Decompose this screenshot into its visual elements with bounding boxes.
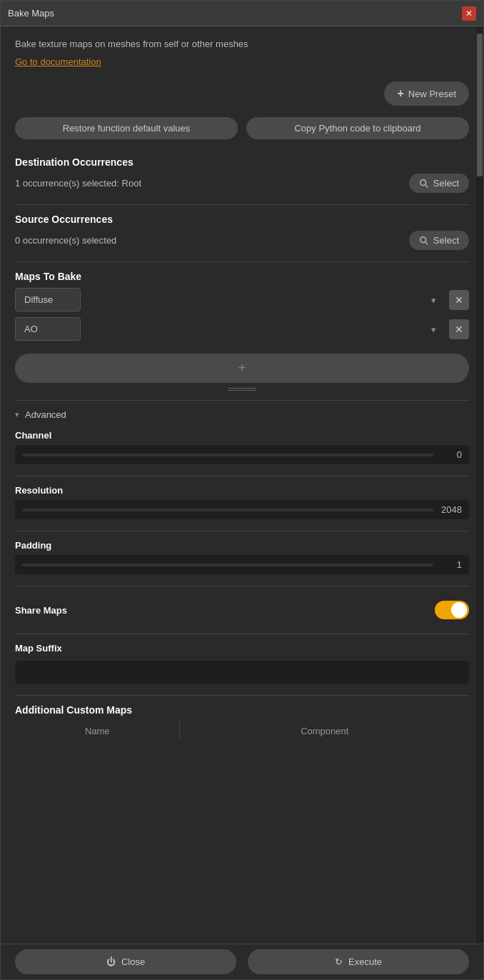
map-suffix-input[interactable] xyxy=(15,661,469,684)
destination-occurrences-label: Destination Occurrences xyxy=(15,156,469,168)
map-item-ao: AO Diffuse Normal Roughness ✕ xyxy=(15,317,469,341)
channel-slider[interactable] xyxy=(22,454,433,456)
drag-line-1 xyxy=(228,388,256,389)
title-bar: Bake Maps ✕ xyxy=(1,1,483,26)
drag-lines xyxy=(228,387,256,391)
channel-input-row: 0 xyxy=(15,445,469,464)
bottom-bar: ⏻ Close ↻ Execute xyxy=(1,944,483,979)
drag-handle xyxy=(15,387,469,391)
maps-to-bake-label: Maps To Bake xyxy=(15,271,469,282)
destination-select-label: Select xyxy=(433,178,459,189)
window-title: Bake Maps xyxy=(8,8,54,19)
advanced-toggle-label: Advanced xyxy=(25,409,66,420)
padding-slider[interactable] xyxy=(22,564,433,566)
svg-line-1 xyxy=(425,184,428,187)
description-text: Bake texture maps on meshes from self or… xyxy=(15,38,469,51)
remove-map-1-button[interactable]: ✕ xyxy=(449,290,469,310)
top-actions: + New Preset xyxy=(15,81,469,106)
copy-python-button[interactable]: Copy Python code to clipboard xyxy=(246,117,469,139)
channel-value: 0 xyxy=(440,449,462,460)
action-row: Restore function default values Copy Pyt… xyxy=(15,117,469,139)
resolution-value: 2048 xyxy=(440,504,462,515)
close-label: Close xyxy=(121,956,145,967)
svg-point-2 xyxy=(420,236,426,242)
custom-maps-table: Name Component xyxy=(15,721,469,741)
resolution-label: Resolution xyxy=(15,485,469,496)
map-suffix-group: Map Suffix xyxy=(15,643,469,684)
source-occurrence-text: 0 occurrence(s) selected xyxy=(15,235,116,246)
maps-to-bake-section: Maps To Bake Diffuse AO Normal Roughness… xyxy=(15,271,469,391)
destination-occurrence-text: 1 occurrence(s) selected: Root xyxy=(15,178,141,189)
execute-button[interactable]: ↻ Execute xyxy=(248,949,469,974)
toggle-knob xyxy=(451,602,467,618)
advanced-toggle[interactable]: ▾ Advanced xyxy=(15,409,469,420)
svg-line-3 xyxy=(425,241,428,244)
chevron-down-icon: ▾ xyxy=(15,410,19,419)
map-select-diffuse[interactable]: Diffuse AO Normal Roughness xyxy=(15,288,81,311)
divider-3 xyxy=(15,400,469,401)
remove-map-2-button[interactable]: ✕ xyxy=(449,319,469,339)
destination-occurrences-group: Destination Occurrences 1 occurrence(s) … xyxy=(15,156,469,193)
col-name: Name xyxy=(15,721,180,741)
share-maps-row: Share Maps xyxy=(15,595,469,625)
additional-custom-maps-label: Additional Custom Maps xyxy=(15,704,469,716)
execute-label: Execute xyxy=(348,956,382,967)
map-select-ao[interactable]: AO Diffuse Normal Roughness xyxy=(15,317,81,341)
close-button[interactable]: ⏻ Close xyxy=(15,949,236,974)
divider-1 xyxy=(15,204,469,205)
map-select-wrapper-1: Diffuse AO Normal Roughness xyxy=(15,288,443,311)
new-preset-label: New Preset xyxy=(408,89,456,99)
share-maps-label: Share Maps xyxy=(15,605,67,616)
resolution-input-row: 2048 xyxy=(15,500,469,519)
search-icon-2 xyxy=(419,236,429,246)
padding-group: Padding 1 xyxy=(15,540,469,574)
destination-select-button[interactable]: Select xyxy=(409,174,469,193)
new-preset-button[interactable]: + New Preset xyxy=(384,81,469,106)
divider-2 xyxy=(15,261,469,262)
svg-point-0 xyxy=(420,179,426,185)
channel-group: Channel 0 xyxy=(15,430,469,464)
resolution-slider[interactable] xyxy=(22,509,433,511)
source-select-label: Select xyxy=(433,235,459,246)
padding-input-row: 1 xyxy=(15,555,469,574)
main-content: Bake texture maps on meshes from self or… xyxy=(1,26,483,944)
divider-6 xyxy=(15,586,469,586)
map-suffix-label: Map Suffix xyxy=(15,643,469,654)
plus-icon: + xyxy=(397,87,403,100)
power-icon: ⏻ xyxy=(106,956,116,967)
map-select-wrapper-2: AO Diffuse Normal Roughness xyxy=(15,317,443,341)
add-map-button[interactable]: + xyxy=(15,354,469,383)
destination-occurrence-row: 1 occurrence(s) selected: Root Select xyxy=(15,174,469,193)
source-select-button[interactable]: Select xyxy=(409,231,469,250)
source-occurrences-group: Source Occurrences 0 occurrence(s) selec… xyxy=(15,214,469,250)
restore-defaults-button[interactable]: Restore function default values xyxy=(15,117,238,139)
padding-value: 1 xyxy=(440,559,462,570)
resolution-group: Resolution 2048 xyxy=(15,485,469,519)
doc-link[interactable]: Go to documentation xyxy=(15,56,101,67)
padding-label: Padding xyxy=(15,540,469,551)
source-occurrence-row: 0 occurrence(s) selected Select xyxy=(15,231,469,250)
channel-label: Channel xyxy=(15,430,469,441)
divider-7 xyxy=(15,634,469,634)
execute-icon: ↻ xyxy=(335,956,343,967)
search-icon xyxy=(419,179,429,189)
divider-8 xyxy=(15,695,469,696)
additional-custom-maps-section: Additional Custom Maps Name Component xyxy=(15,704,469,741)
col-component: Component xyxy=(180,721,469,741)
map-item-diffuse: Diffuse AO Normal Roughness ✕ xyxy=(15,288,469,311)
divider-4 xyxy=(15,476,469,476)
close-window-button[interactable]: ✕ xyxy=(462,6,476,21)
add-map-plus-icon: + xyxy=(238,361,246,375)
drag-line-2 xyxy=(228,390,256,391)
share-maps-toggle[interactable] xyxy=(435,601,469,619)
divider-5 xyxy=(15,531,469,531)
source-occurrences-label: Source Occurrences xyxy=(15,214,469,225)
bake-maps-window: Bake Maps ✕ Bake texture maps on meshes … xyxy=(0,0,484,980)
